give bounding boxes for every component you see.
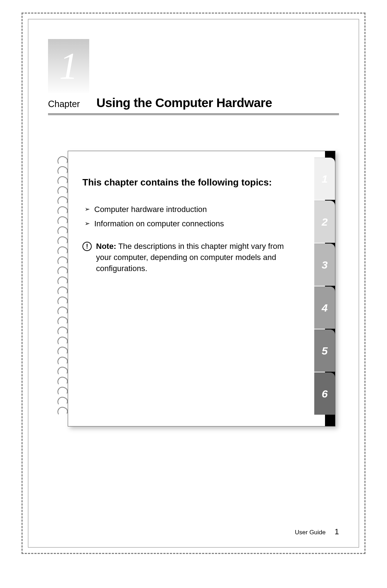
- topic-item: Information on computer connections: [82, 219, 301, 228]
- spiral-ring: [56, 266, 68, 275]
- spiral-ring: [56, 367, 68, 375]
- note-label: Note:: [96, 242, 116, 251]
- footer-guide-label: User Guide: [295, 529, 326, 536]
- section-tab-2: 2: [314, 201, 335, 243]
- spiral-ring: [56, 307, 68, 315]
- notebook: 123456 This chapter contains the followi…: [57, 151, 335, 426]
- spiral-ring: [56, 226, 68, 235]
- chapter-divider: [48, 114, 339, 115]
- spiral-ring: [56, 377, 68, 385]
- spiral-ring: [56, 297, 68, 305]
- spiral-ring: [56, 327, 68, 335]
- spiral-ring: [56, 196, 68, 205]
- chapter-number: 1: [59, 47, 78, 85]
- spiral-ring: [56, 236, 68, 245]
- section-tab-3: 3: [314, 244, 335, 286]
- spiral-ring: [56, 286, 68, 295]
- spiral-ring: [56, 357, 68, 365]
- spiral-ring: [56, 317, 68, 325]
- chapter-heading-row: Chapter Using the Computer Hardware: [48, 96, 339, 110]
- section-tab-4: 4: [314, 286, 335, 329]
- section-tabs: 123456: [314, 158, 335, 415]
- spiral-binding: [56, 156, 71, 419]
- topic-item: Computer hardware introduction: [82, 205, 301, 214]
- spiral-ring: [56, 156, 68, 165]
- spiral-ring: [56, 256, 68, 265]
- topics-heading: This chapter contains the following topi…: [82, 176, 301, 189]
- section-tab-6: 6: [314, 372, 335, 415]
- spiral-ring: [56, 216, 68, 225]
- spiral-ring: [56, 337, 68, 345]
- note-text: Note: The descriptions in this chapter m…: [96, 241, 297, 274]
- notebook-page: 123456 This chapter contains the followi…: [68, 151, 335, 426]
- page-footer: User Guide 1: [295, 527, 339, 536]
- chapter-title: Using the Computer Hardware: [96, 96, 272, 110]
- spiral-ring: [56, 176, 68, 185]
- topic-text: Information on computer connections: [94, 219, 224, 228]
- spiral-ring: [56, 407, 68, 415]
- spiral-ring: [56, 397, 68, 405]
- spiral-ring: [56, 246, 68, 255]
- spiral-ring: [56, 206, 68, 215]
- section-tab-1: 1: [314, 158, 335, 200]
- spiral-ring: [56, 166, 68, 175]
- topic-list: Computer hardware introductionInformatio…: [82, 205, 301, 228]
- section-tab-5: 5: [314, 329, 335, 372]
- footer-page-number: 1: [335, 527, 339, 536]
- topic-text: Computer hardware introduction: [94, 205, 207, 214]
- note-body: The descriptions in this chapter might v…: [96, 242, 284, 273]
- spiral-ring: [56, 347, 68, 355]
- chapter-label: Chapter: [48, 99, 89, 109]
- chapter-number-badge: 1: [48, 39, 89, 93]
- note-block: ! Note: The descriptions in this chapter…: [82, 241, 301, 274]
- attention-icon: !: [82, 242, 92, 251]
- spiral-ring: [56, 387, 68, 395]
- spiral-ring: [56, 186, 68, 195]
- spiral-ring: [56, 276, 68, 285]
